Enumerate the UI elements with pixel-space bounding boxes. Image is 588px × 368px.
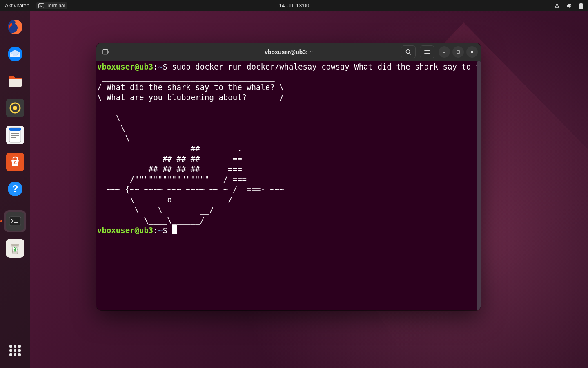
network-icon[interactable] [554, 3, 560, 9]
prompt-user-host: vboxuser@ub3 [97, 62, 153, 71]
prompt2-path: ~ [158, 226, 163, 235]
command-output: _____________________________________ / … [97, 72, 298, 224]
activities-button[interactable]: Aktivitäten [4, 2, 30, 9]
window-title: vboxuser@ub3: ~ [265, 49, 313, 55]
dock-separator [6, 206, 24, 206]
thunderbird-icon [6, 45, 24, 63]
hamburger-icon [424, 49, 430, 55]
svg-rect-20 [11, 244, 19, 245]
close-icon [470, 49, 474, 54]
trash-icon [6, 239, 24, 258]
svg-text:?: ? [12, 183, 18, 194]
dock-rhythmbox[interactable] [4, 97, 26, 119]
show-applications-button[interactable] [4, 339, 26, 361]
svg-rect-2 [579, 4, 583, 9]
dock-terminal[interactable] [4, 210, 26, 232]
prompt2-symbol: $ [163, 226, 167, 235]
dock-help[interactable]: ? [4, 178, 26, 200]
prompt-symbol: $ [163, 62, 167, 71]
svg-rect-22 [103, 49, 108, 54]
minimize-button[interactable] [439, 46, 450, 58]
terminal-cursor [172, 225, 177, 234]
dock-firefox[interactable] [4, 16, 26, 38]
terminal-scrollbar-thumb[interactable] [477, 61, 481, 310]
terminal-app-icon [38, 3, 44, 8]
maximize-button[interactable] [452, 46, 464, 58]
rhythmbox-icon [6, 99, 24, 117]
active-app-indicator[interactable]: Terminal [36, 2, 67, 9]
battery-icon[interactable] [578, 2, 584, 9]
maximize-icon [456, 49, 461, 54]
dock-writer[interactable] [4, 124, 26, 146]
topbar-status-area [554, 2, 584, 9]
svg-rect-18 [9, 217, 21, 226]
minimize-icon [442, 49, 447, 54]
search-button[interactable] [401, 45, 416, 58]
dock-software[interactable]: A [4, 151, 26, 173]
topbar-clock[interactable]: 14. Jul 13:00 [279, 2, 309, 9]
svg-point-9 [13, 106, 17, 110]
files-icon [6, 72, 24, 90]
topbar-left: Aktivitäten Terminal [4, 2, 67, 9]
dock-files[interactable] [4, 70, 26, 92]
terminal-window: vboxuser@ub3: ~ [96, 43, 481, 310]
firefox-icon [6, 18, 24, 36]
dock-thunderbird[interactable] [4, 43, 26, 65]
svg-rect-0 [38, 3, 44, 8]
prompt-colon: : [153, 62, 158, 71]
active-app-name: Terminal [47, 3, 65, 9]
command-text-value: sudo docker run docker/whalesay cowsay W… [172, 62, 481, 71]
svg-rect-11 [9, 128, 21, 131]
svg-line-26 [410, 53, 411, 54]
writer-icon [6, 126, 24, 144]
prompt2-user-host: vboxuser@ub3 [97, 226, 153, 235]
gnome-topbar: Aktivitäten Terminal 14. Jul 13:00 [0, 0, 588, 11]
command-text [167, 62, 172, 71]
svg-rect-3 [580, 3, 582, 4]
terminal-scrollbar[interactable] [477, 61, 481, 310]
hamburger-menu-button[interactable] [420, 45, 434, 58]
svg-text:A: A [13, 160, 17, 166]
sound-icon[interactable] [566, 3, 572, 9]
ubuntu-dock: A ? [0, 11, 30, 368]
titlebar-right-controls [401, 45, 478, 58]
prompt-path: ~ [158, 62, 163, 71]
dock-trash[interactable] [4, 237, 26, 259]
terminal-titlebar[interactable]: vboxuser@ub3: ~ [96, 43, 481, 61]
search-icon [405, 49, 412, 55]
new-tab-button[interactable] [100, 46, 113, 58]
close-button[interactable] [466, 46, 478, 58]
svg-rect-7 [9, 79, 22, 87]
software-icon: A [6, 153, 24, 171]
apps-grid-icon [9, 345, 21, 356]
svg-rect-31 [457, 51, 459, 53]
terminal-viewport[interactable]: vboxuser@ub3:~$ sudo docker run docker/w… [96, 61, 481, 310]
terminal-icon [6, 212, 24, 231]
help-icon: ? [6, 180, 24, 198]
